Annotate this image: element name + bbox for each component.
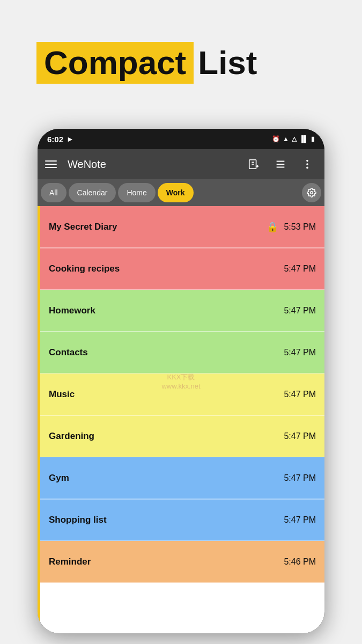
nav-icon: ► [67,135,74,143]
notes-list: My Secret Diary 🔒 5:53 PM Cooking recipe… [38,206,324,633]
note-item[interactable]: Cooking recipes 5:47 PM [40,248,324,290]
note-title: Homework [49,305,284,316]
more-options-button[interactable] [298,155,317,174]
app-bar: WeNote [38,149,324,179]
list-view-icon [275,158,286,170]
note-item[interactable]: My Secret Diary 🔒 5:53 PM [40,206,324,248]
add-note-button[interactable] [244,155,263,174]
hamburger-line-1 [45,160,57,162]
note-item[interactable]: Homework 5:47 PM [40,290,324,332]
note-title: My Secret Diary [49,222,267,232]
status-left: 6:02 ► [47,135,74,144]
phone-shell: 6:02 ► ⏰ ▲ △ ▐▌ ▮ WeNote [38,129,324,633]
signal-icon: ▐▌ [299,135,308,143]
lock-icon: 🔒 [267,221,278,233]
status-bar: 6:02 ► ⏰ ▲ △ ▐▌ ▮ [38,129,324,149]
tab-calendar[interactable]: Calendar [69,183,116,202]
more-vert-icon [301,158,313,170]
note-time: 5:47 PM [284,306,316,316]
note-time: 5:46 PM [284,557,316,567]
note-item[interactable]: Gym 5:47 PM [40,457,324,499]
svg-point-10 [306,167,308,169]
note-title: Shopping list [49,515,284,525]
brand-compact: Compact [36,42,194,84]
settings-icon [307,188,316,197]
brand-list: List [194,46,257,79]
tab-home[interactable]: Home [118,183,155,202]
note-item[interactable]: Music 5:47 PM [40,374,324,415]
tab-bar: All Calendar Home Work [38,179,324,206]
note-time: 5:47 PM [284,473,316,483]
hamburger-line-3 [45,167,57,168]
note-item[interactable]: Reminder 5:46 PM [40,541,324,583]
add-note-icon [248,158,260,170]
note-item[interactable]: Gardening 5:47 PM [40,415,324,457]
status-time: 6:02 [47,135,63,144]
status-right: ⏰ ▲ △ ▐▌ ▮ [272,135,315,143]
branding-header: Compact List [36,42,257,84]
note-time: 5:53 PM [284,222,316,232]
wifi-icon: △ [292,135,297,143]
note-title: Cooking recipes [49,264,284,274]
alarm-icon: ⏰ [272,135,280,143]
tab-settings[interactable] [302,183,321,202]
tab-work-label: Work [166,188,185,197]
note-time: 5:47 PM [284,515,316,525]
content-area: My Secret Diary 🔒 5:53 PM Cooking recipe… [38,206,324,633]
hamburger-menu-button[interactable] [45,160,57,168]
svg-point-9 [306,163,308,165]
note-title: Contacts [49,347,284,358]
hamburger-line-2 [45,164,57,165]
note-time: 5:47 PM [284,431,316,441]
note-title: Gardening [49,431,284,442]
data-icon: ▲ [283,135,289,143]
note-time: 5:47 PM [284,264,316,274]
note-title: Reminder [49,557,284,567]
tab-all[interactable]: All [41,183,67,202]
svg-point-8 [306,160,308,162]
note-item[interactable]: Contacts 5:47 PM [40,332,324,374]
note-title: Music [49,389,284,400]
tab-home-label: Home [127,188,146,197]
list-view-button[interactable] [271,155,290,174]
note-time: 5:47 PM [284,348,316,357]
tab-work[interactable]: Work [158,183,194,202]
app-title: WeNote [68,158,237,171]
note-time: 5:47 PM [284,390,316,399]
battery-icon: ▮ [311,135,315,143]
tab-calendar-label: Calendar [77,188,108,197]
tab-all-label: All [49,188,58,197]
note-title: Gym [49,473,284,484]
note-item[interactable]: Shopping list 5:47 PM [40,499,324,541]
